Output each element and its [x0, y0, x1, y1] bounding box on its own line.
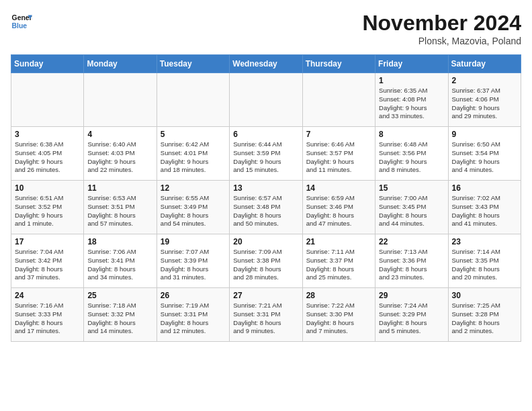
calendar-day-cell: 6Sunrise: 6:44 AMSunset: 3:59 PMDaylight… [230, 127, 302, 181]
calendar-day-cell: 25Sunrise: 7:18 AMSunset: 3:32 PMDayligh… [84, 288, 157, 342]
day-number: 24 [15, 291, 80, 300]
day-number: 20 [233, 237, 298, 246]
calendar-week-row: 24Sunrise: 7:16 AMSunset: 3:33 PMDayligh… [11, 288, 521, 342]
day-detail: Sunrise: 7:02 AMSunset: 3:43 PMDaylight:… [452, 194, 517, 228]
calendar-day-cell: 18Sunrise: 7:06 AMSunset: 3:41 PMDayligh… [84, 234, 157, 288]
day-detail: Sunrise: 6:46 AMSunset: 3:57 PMDaylight:… [306, 140, 371, 175]
day-detail: Sunrise: 6:51 AMSunset: 3:52 PMDaylight:… [15, 194, 80, 228]
calendar-day-cell: 4Sunrise: 6:40 AMSunset: 4:03 PMDaylight… [84, 127, 157, 181]
calendar-day-cell: 3Sunrise: 6:38 AMSunset: 4:05 PMDaylight… [11, 127, 84, 181]
month-title: November 2024 [362, 11, 521, 36]
day-number: 3 [15, 130, 80, 139]
calendar-day-cell [302, 73, 375, 127]
day-number: 22 [379, 237, 444, 246]
calendar-day-cell: 8Sunrise: 6:48 AMSunset: 3:56 PMDaylight… [375, 127, 448, 181]
calendar-week-row: 1Sunrise: 6:35 AMSunset: 4:08 PMDaylight… [11, 73, 521, 127]
calendar-day-cell [84, 73, 157, 127]
day-detail: Sunrise: 7:19 AMSunset: 3:31 PMDaylight:… [161, 302, 226, 336]
day-detail: Sunrise: 6:59 AMSunset: 3:46 PMDaylight:… [306, 194, 371, 228]
calendar-day-cell [230, 73, 302, 127]
day-of-week-header: Sunday [11, 55, 84, 73]
day-detail: Sunrise: 7:09 AMSunset: 3:38 PMDaylight:… [233, 248, 298, 282]
calendar-day-cell: 30Sunrise: 7:25 AMSunset: 3:28 PMDayligh… [448, 288, 521, 342]
day-detail: Sunrise: 6:37 AMSunset: 4:06 PMDaylight:… [452, 87, 517, 121]
calendar-day-cell: 26Sunrise: 7:19 AMSunset: 3:31 PMDayligh… [157, 288, 229, 342]
calendar-day-cell: 7Sunrise: 6:46 AMSunset: 3:57 PMDaylight… [302, 127, 375, 181]
day-number: 29 [379, 291, 444, 300]
day-detail: Sunrise: 6:40 AMSunset: 4:03 PMDaylight:… [87, 140, 152, 175]
calendar-day-cell: 19Sunrise: 7:07 AMSunset: 3:39 PMDayligh… [157, 234, 229, 288]
day-number: 9 [452, 130, 517, 139]
calendar-day-cell: 29Sunrise: 7:24 AMSunset: 3:29 PMDayligh… [375, 288, 448, 342]
calendar-day-cell: 20Sunrise: 7:09 AMSunset: 3:38 PMDayligh… [230, 234, 302, 288]
day-number: 30 [452, 291, 517, 300]
page-header: General Blue November 2024 Plonsk, Mazov… [11, 11, 521, 46]
calendar-day-cell: 21Sunrise: 7:11 AMSunset: 3:37 PMDayligh… [302, 234, 375, 288]
day-number: 15 [379, 183, 444, 193]
calendar-day-cell [157, 73, 229, 127]
calendar-day-cell: 1Sunrise: 6:35 AMSunset: 4:08 PMDaylight… [375, 73, 448, 127]
day-detail: Sunrise: 7:21 AMSunset: 3:31 PMDaylight:… [233, 302, 298, 336]
calendar-body: 1Sunrise: 6:35 AMSunset: 4:08 PMDaylight… [11, 73, 521, 342]
day-detail: Sunrise: 6:50 AMSunset: 3:54 PMDaylight:… [452, 140, 517, 175]
calendar-day-cell: 16Sunrise: 7:02 AMSunset: 3:43 PMDayligh… [448, 181, 521, 234]
day-number: 17 [15, 237, 80, 246]
day-number: 19 [161, 237, 226, 246]
calendar-day-cell [11, 73, 84, 127]
day-detail: Sunrise: 7:16 AMSunset: 3:33 PMDaylight:… [15, 302, 80, 336]
day-of-week-header: Saturday [448, 55, 521, 73]
day-number: 2 [452, 76, 517, 85]
day-number: 6 [233, 130, 298, 139]
calendar-day-cell: 2Sunrise: 6:37 AMSunset: 4:06 PMDaylight… [448, 73, 521, 127]
logo-icon: General Blue [11, 11, 32, 32]
day-number: 28 [306, 291, 371, 300]
calendar-day-cell: 23Sunrise: 7:14 AMSunset: 3:35 PMDayligh… [448, 234, 521, 288]
day-detail: Sunrise: 7:24 AMSunset: 3:29 PMDaylight:… [379, 302, 444, 336]
calendar-day-cell: 5Sunrise: 6:42 AMSunset: 4:01 PMDaylight… [157, 127, 229, 181]
day-detail: Sunrise: 7:07 AMSunset: 3:39 PMDaylight:… [161, 248, 226, 282]
day-number: 25 [87, 291, 152, 300]
day-detail: Sunrise: 6:55 AMSunset: 3:49 PMDaylight:… [161, 194, 226, 228]
day-detail: Sunrise: 6:57 AMSunset: 3:48 PMDaylight:… [233, 194, 298, 228]
day-detail: Sunrise: 6:35 AMSunset: 4:08 PMDaylight:… [379, 87, 444, 121]
day-number: 11 [87, 183, 152, 193]
calendar-day-cell: 11Sunrise: 6:53 AMSunset: 3:51 PMDayligh… [84, 181, 157, 234]
calendar-week-row: 3Sunrise: 6:38 AMSunset: 4:05 PMDaylight… [11, 127, 521, 181]
day-number: 8 [379, 130, 444, 139]
calendar-day-cell: 15Sunrise: 7:00 AMSunset: 3:45 PMDayligh… [375, 181, 448, 234]
day-number: 18 [87, 237, 152, 246]
calendar-day-cell: 12Sunrise: 6:55 AMSunset: 3:49 PMDayligh… [157, 181, 229, 234]
calendar-day-cell: 13Sunrise: 6:57 AMSunset: 3:48 PMDayligh… [230, 181, 302, 234]
calendar-day-cell: 24Sunrise: 7:16 AMSunset: 3:33 PMDayligh… [11, 288, 84, 342]
calendar-day-cell: 17Sunrise: 7:04 AMSunset: 3:42 PMDayligh… [11, 234, 84, 288]
day-number: 16 [452, 183, 517, 193]
day-detail: Sunrise: 7:13 AMSunset: 3:36 PMDaylight:… [379, 248, 444, 282]
day-detail: Sunrise: 7:14 AMSunset: 3:35 PMDaylight:… [452, 248, 517, 282]
day-number: 5 [161, 130, 226, 139]
day-detail: Sunrise: 7:18 AMSunset: 3:32 PMDaylight:… [87, 302, 152, 336]
location: Plonsk, Mazovia, Poland [362, 36, 521, 46]
day-detail: Sunrise: 6:53 AMSunset: 3:51 PMDaylight:… [87, 194, 152, 228]
calendar-table: SundayMondayTuesdayWednesdayThursdayFrid… [11, 54, 521, 342]
calendar-week-row: 17Sunrise: 7:04 AMSunset: 3:42 PMDayligh… [11, 234, 521, 288]
day-of-week-header: Friday [375, 55, 448, 73]
day-detail: Sunrise: 6:38 AMSunset: 4:05 PMDaylight:… [15, 140, 80, 175]
day-number: 1 [379, 76, 444, 85]
day-number: 13 [233, 183, 298, 193]
day-detail: Sunrise: 7:04 AMSunset: 3:42 PMDaylight:… [15, 248, 80, 282]
calendar-day-cell: 22Sunrise: 7:13 AMSunset: 3:36 PMDayligh… [375, 234, 448, 288]
calendar-week-row: 10Sunrise: 6:51 AMSunset: 3:52 PMDayligh… [11, 181, 521, 234]
day-number: 10 [15, 183, 80, 193]
day-number: 26 [161, 291, 226, 300]
logo: General Blue [11, 11, 32, 32]
day-detail: Sunrise: 7:22 AMSunset: 3:30 PMDaylight:… [306, 302, 371, 336]
calendar-header-row: SundayMondayTuesdayWednesdayThursdayFrid… [11, 55, 521, 73]
day-number: 14 [306, 183, 371, 193]
day-detail: Sunrise: 6:42 AMSunset: 4:01 PMDaylight:… [161, 140, 226, 175]
day-detail: Sunrise: 7:25 AMSunset: 3:28 PMDaylight:… [452, 302, 517, 336]
day-number: 7 [306, 130, 371, 139]
day-of-week-header: Wednesday [230, 55, 302, 73]
day-of-week-header: Monday [84, 55, 157, 73]
calendar-day-cell: 28Sunrise: 7:22 AMSunset: 3:30 PMDayligh… [302, 288, 375, 342]
calendar-day-cell: 9Sunrise: 6:50 AMSunset: 3:54 PMDaylight… [448, 127, 521, 181]
